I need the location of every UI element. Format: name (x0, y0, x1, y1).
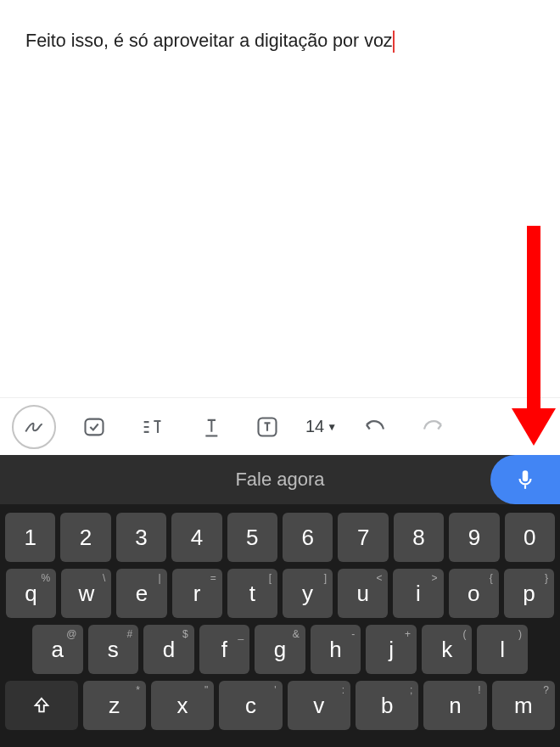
key-superscript: % (42, 572, 51, 584)
keyboard-row-asdf: a@s#d$f_g&h-j+k(l) (5, 625, 555, 674)
document-area[interactable]: Feito isso, é só aproveitar a digitação … (0, 0, 560, 397)
key-superscript: ' (274, 684, 276, 696)
key-label: k (441, 637, 452, 663)
key-v[interactable]: v: (288, 681, 350, 730)
key-label: e (136, 581, 148, 607)
key-label: 7 (357, 525, 369, 551)
key-4[interactable]: 4 (171, 513, 221, 562)
underline-button[interactable] (190, 407, 229, 447)
key-superscript: * (136, 684, 140, 696)
key-5[interactable]: 5 (227, 513, 277, 562)
text-box-button[interactable] (248, 407, 287, 447)
key-w[interactable]: w\ (61, 569, 111, 618)
key-label: 0 (524, 525, 535, 551)
key-8[interactable]: 8 (394, 513, 444, 562)
keyboard-row-numbers: 1234567890 (5, 513, 555, 562)
key-label: h (329, 637, 341, 663)
key-label: f (221, 637, 227, 663)
key-u[interactable]: u< (338, 569, 388, 618)
key-label: 8 (412, 525, 424, 551)
key-label: x (177, 693, 188, 719)
key-superscript: _ (238, 628, 244, 640)
key-superscript: ] (324, 572, 327, 584)
key-label: b (381, 693, 393, 719)
key-label: c (245, 693, 256, 719)
redo-icon (420, 414, 445, 440)
key-n[interactable]: n! (423, 681, 486, 730)
key-label: p (523, 581, 535, 607)
microphone-button[interactable] (490, 455, 560, 504)
key-m[interactable]: m? (492, 681, 555, 730)
clear-format-icon (140, 415, 164, 439)
key-superscript: & (293, 628, 300, 640)
undo-icon (362, 414, 388, 440)
key-label: w (78, 581, 94, 607)
key-superscript: | (158, 572, 160, 584)
key-superscript: > (432, 572, 438, 584)
key-label: v (313, 693, 324, 719)
key-l[interactable]: l) (477, 625, 528, 674)
key-superscript: # (126, 628, 132, 640)
shift-key[interactable] (5, 681, 78, 730)
key-r[interactable]: r= (172, 569, 222, 618)
key-g[interactable]: g& (255, 625, 305, 674)
key-o[interactable]: o{ (449, 569, 499, 618)
key-c[interactable]: c' (219, 681, 282, 730)
key-superscript: @ (66, 628, 76, 640)
key-6[interactable]: 6 (283, 513, 333, 562)
shift-icon (32, 696, 51, 715)
key-superscript: { (490, 572, 493, 584)
key-0[interactable]: 0 (505, 513, 555, 562)
key-label: l (500, 637, 505, 663)
key-label: j (389, 637, 394, 663)
key-h[interactable]: h- (311, 625, 361, 674)
key-label: s (108, 637, 119, 663)
font-size-value: 14 (305, 417, 324, 436)
keyboard-row-zxcv: z*x"c'v:b;n!m? (5, 681, 555, 730)
key-superscript: \ (103, 572, 105, 584)
key-x[interactable]: x" (151, 681, 214, 730)
key-j[interactable]: j+ (366, 625, 417, 674)
key-q[interactable]: q% (6, 569, 56, 618)
redo-button[interactable] (413, 407, 452, 447)
key-label: r (193, 581, 201, 607)
key-d[interactable]: d$ (143, 625, 194, 674)
key-p[interactable]: p} (504, 569, 554, 618)
key-label: z (109, 693, 120, 719)
key-3[interactable]: 3 (116, 513, 166, 562)
key-a[interactable]: a@ (32, 625, 83, 674)
key-label: o (468, 581, 479, 607)
text-clear-format-button[interactable] (132, 407, 171, 447)
voice-prompt-text: Fale agora (235, 469, 324, 491)
key-s[interactable]: s# (88, 625, 139, 674)
text-box-icon (255, 415, 279, 439)
key-2[interactable]: 2 (60, 513, 110, 562)
key-e[interactable]: e| (116, 569, 166, 618)
key-i[interactable]: i> (393, 569, 443, 618)
key-label: a (52, 637, 64, 663)
key-9[interactable]: 9 (449, 513, 499, 562)
key-label: 6 (301, 525, 313, 551)
key-7[interactable]: 7 (338, 513, 388, 562)
key-superscript: = (210, 572, 216, 584)
key-superscript: [ (269, 572, 272, 584)
key-b[interactable]: b; (356, 681, 418, 730)
key-superscript: ; (410, 684, 412, 696)
ink-annotation-button[interactable] (12, 405, 56, 449)
key-superscript: $ (182, 628, 188, 640)
undo-button[interactable] (356, 407, 395, 447)
key-k[interactable]: k( (422, 625, 473, 674)
key-label: u (357, 581, 369, 607)
key-f[interactable]: f_ (199, 625, 250, 674)
key-z[interactable]: z* (83, 681, 146, 730)
key-label: g (274, 637, 286, 663)
key-t[interactable]: t[ (227, 569, 277, 618)
key-label: 5 (246, 525, 258, 551)
checkbox-button[interactable] (75, 407, 114, 447)
key-superscript: ? (543, 684, 549, 696)
key-y[interactable]: y] (283, 569, 333, 618)
font-size-dropdown[interactable]: 14 ▼ (305, 407, 337, 447)
key-label: i (416, 581, 421, 607)
voice-input-strip: Fale agora (0, 455, 560, 504)
key-1[interactable]: 1 (5, 513, 55, 562)
